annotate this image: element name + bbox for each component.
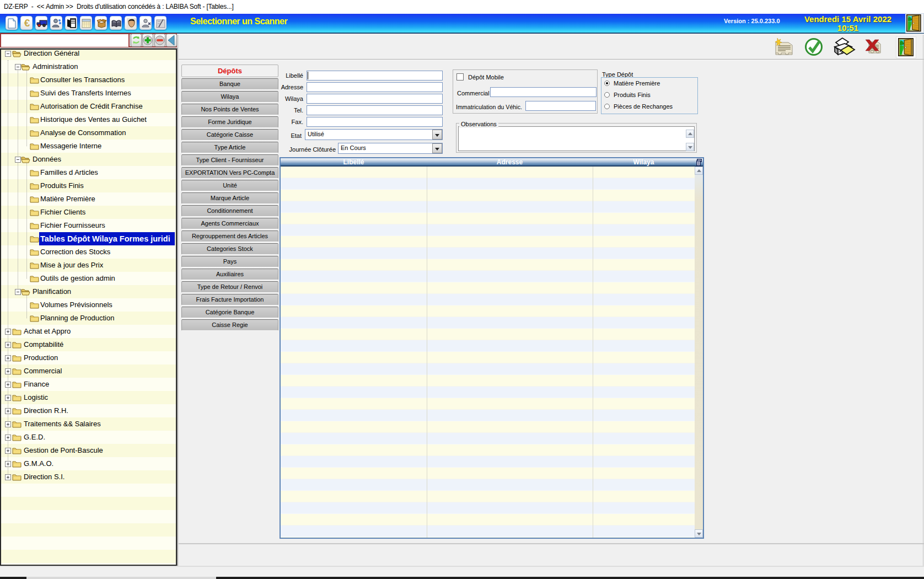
svg-text:€: € bbox=[24, 18, 30, 29]
